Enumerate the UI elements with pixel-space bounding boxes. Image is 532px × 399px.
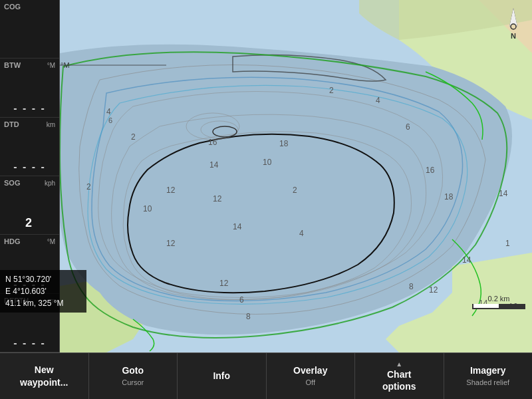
toolbar: New waypoint... Goto Cursor Info Overlay… <box>0 352 532 399</box>
scale-line <box>472 304 525 309</box>
btw-unit: °M <box>47 62 55 69</box>
chart-options-arrow: ▲ <box>396 360 402 368</box>
scale-label: 0.2 km <box>487 295 509 303</box>
svg-text:1: 1 <box>505 239 510 248</box>
cog-label: COG <box>4 3 55 11</box>
svg-text:2: 2 <box>131 132 136 142</box>
svg-text:14: 14 <box>209 160 219 170</box>
new-waypoint-button[interactable]: New waypoint... <box>0 353 89 399</box>
info-label: Info <box>213 370 230 382</box>
svg-text:12: 12 <box>219 279 229 288</box>
svg-text:2: 2 <box>329 86 334 95</box>
overlay-label: Overlay <box>293 364 327 376</box>
btw-instrument: BTW °M - - - - <box>0 59 59 117</box>
svg-point-39 <box>511 24 516 29</box>
north-arrow: N <box>501 7 525 40</box>
sog-instrument: SOG kph 2 <box>0 176 59 235</box>
svg-text:°M: °M <box>61 61 70 69</box>
svg-text:2: 2 <box>293 186 297 195</box>
imagery-label: Imagery <box>470 364 506 376</box>
imagery-button[interactable]: Imagery Shaded relief <box>444 353 533 399</box>
distance-bearing: 41.1 km, 325 °M <box>5 297 81 309</box>
overlay-button[interactable]: Overlay Off <box>267 353 356 399</box>
svg-text:10: 10 <box>263 158 272 167</box>
svg-text:4: 4 <box>106 107 111 116</box>
goto-label: Goto <box>122 364 144 376</box>
new-waypoint-label2: waypoint... <box>20 376 68 388</box>
coords-display: N 51°30.720' E 4°10.603' 41.1 km, 325 °M <box>0 270 86 313</box>
overlay-sublabel: Off <box>306 378 315 387</box>
chart-options-label1: Chart <box>387 368 412 380</box>
dtd-unit: km <box>47 121 55 128</box>
svg-text:8: 8 <box>246 312 251 321</box>
btw-value: - - - - <box>4 102 55 114</box>
svg-text:10: 10 <box>143 204 152 213</box>
btw-label: BTW <box>4 61 21 69</box>
dtd-instrument: DTD km - - - - <box>0 118 59 176</box>
chart-options-label2: options <box>382 380 416 392</box>
longitude: E 4°10.603' <box>5 285 81 297</box>
svg-text:16: 16 <box>208 138 217 147</box>
scale-bar: 0.2 km <box>472 295 525 309</box>
svg-text:14: 14 <box>499 189 508 198</box>
dtd-value: - - - - <box>4 161 55 173</box>
svg-text:16: 16 <box>426 166 435 175</box>
svg-text:12: 12 <box>166 186 176 195</box>
imagery-sublabel: Shaded relief <box>466 378 509 387</box>
hdg-label: HDG <box>4 237 20 245</box>
svg-text:12: 12 <box>166 239 176 248</box>
hdg-unit: °M <box>47 238 55 245</box>
sog-value: 2 <box>4 216 55 230</box>
svg-text:18: 18 <box>444 192 454 201</box>
latitude: N 51°30.720' <box>5 273 81 285</box>
svg-text:8: 8 <box>409 282 414 291</box>
svg-text:6: 6 <box>108 116 112 124</box>
svg-text:12: 12 <box>429 285 438 295</box>
svg-text:18: 18 <box>279 139 289 148</box>
svg-text:14: 14 <box>462 255 471 265</box>
svg-text:6: 6 <box>239 295 244 305</box>
chart-options-button[interactable]: ▲ Chart options <box>355 353 444 399</box>
svg-text:N: N <box>511 32 516 40</box>
sog-label: SOG <box>4 179 20 187</box>
cursor-sublabel: Cursor <box>122 378 144 387</box>
new-waypoint-label1: New <box>35 364 54 376</box>
dtd-label: DTD <box>4 120 19 128</box>
depth-value: - - - - <box>4 337 55 349</box>
sog-unit: kph <box>45 180 55 187</box>
info-button[interactable]: Info <box>178 353 267 399</box>
svg-text:2: 2 <box>86 182 91 192</box>
svg-text:12: 12 <box>213 194 222 203</box>
svg-text:14: 14 <box>233 222 242 231</box>
goto-cursor-button[interactable]: Goto Cursor <box>89 353 178 399</box>
svg-text:4: 4 <box>299 229 304 238</box>
map-container[interactable]: 2 10 12 12 14 16 12 14 12 6 8 10 18 2 4 … <box>0 0 532 352</box>
svg-text:4: 4 <box>376 96 380 105</box>
svg-text:6: 6 <box>406 122 410 132</box>
cog-instrument: COG <box>0 0 59 59</box>
